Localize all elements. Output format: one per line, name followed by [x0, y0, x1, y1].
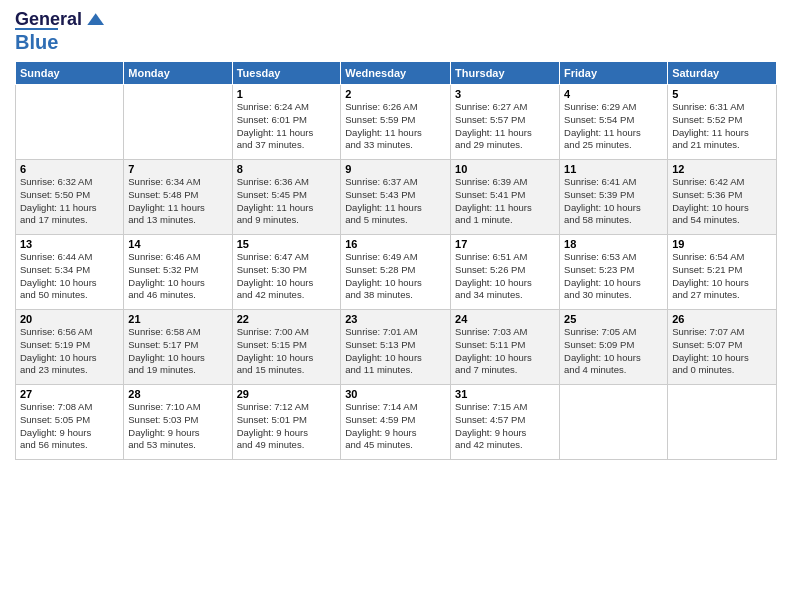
- calendar-cell: 20Sunrise: 6:56 AM Sunset: 5:19 PM Dayli…: [16, 310, 124, 385]
- day-info: Sunrise: 7:00 AM Sunset: 5:15 PM Dayligh…: [237, 326, 337, 377]
- day-number: 18: [564, 238, 663, 250]
- day-info: Sunrise: 7:07 AM Sunset: 5:07 PM Dayligh…: [672, 326, 772, 377]
- day-number: 5: [672, 88, 772, 100]
- week-row-5: 27Sunrise: 7:08 AM Sunset: 5:05 PM Dayli…: [16, 385, 777, 460]
- day-number: 2: [345, 88, 446, 100]
- calendar-cell: 3Sunrise: 6:27 AM Sunset: 5:57 PM Daylig…: [451, 85, 560, 160]
- calendar-cell: 21Sunrise: 6:58 AM Sunset: 5:17 PM Dayli…: [124, 310, 232, 385]
- calendar-cell: 10Sunrise: 6:39 AM Sunset: 5:41 PM Dayli…: [451, 160, 560, 235]
- day-number: 13: [20, 238, 119, 250]
- day-info: Sunrise: 6:56 AM Sunset: 5:19 PM Dayligh…: [20, 326, 119, 377]
- day-number: 24: [455, 313, 555, 325]
- week-row-1: 1Sunrise: 6:24 AM Sunset: 6:01 PM Daylig…: [16, 85, 777, 160]
- logo: General Blue: [15, 10, 104, 53]
- calendar-cell: 16Sunrise: 6:49 AM Sunset: 5:28 PM Dayli…: [341, 235, 451, 310]
- calendar-cell: 18Sunrise: 6:53 AM Sunset: 5:23 PM Dayli…: [560, 235, 668, 310]
- day-info: Sunrise: 6:51 AM Sunset: 5:26 PM Dayligh…: [455, 251, 555, 302]
- calendar-cell: 5Sunrise: 6:31 AM Sunset: 5:52 PM Daylig…: [668, 85, 777, 160]
- day-info: Sunrise: 6:32 AM Sunset: 5:50 PM Dayligh…: [20, 176, 119, 227]
- day-number: 21: [128, 313, 227, 325]
- weekday-header-sunday: Sunday: [16, 62, 124, 85]
- day-number: 14: [128, 238, 227, 250]
- calendar-cell: 22Sunrise: 7:00 AM Sunset: 5:15 PM Dayli…: [232, 310, 341, 385]
- weekday-header-monday: Monday: [124, 62, 232, 85]
- day-number: 29: [237, 388, 337, 400]
- day-info: Sunrise: 6:42 AM Sunset: 5:36 PM Dayligh…: [672, 176, 772, 227]
- day-number: 12: [672, 163, 772, 175]
- calendar-cell: 13Sunrise: 6:44 AM Sunset: 5:34 PM Dayli…: [16, 235, 124, 310]
- day-info: Sunrise: 6:29 AM Sunset: 5:54 PM Dayligh…: [564, 101, 663, 152]
- day-number: 15: [237, 238, 337, 250]
- calendar-cell: 26Sunrise: 7:07 AM Sunset: 5:07 PM Dayli…: [668, 310, 777, 385]
- week-row-2: 6Sunrise: 6:32 AM Sunset: 5:50 PM Daylig…: [16, 160, 777, 235]
- day-number: 4: [564, 88, 663, 100]
- calendar-cell: 8Sunrise: 6:36 AM Sunset: 5:45 PM Daylig…: [232, 160, 341, 235]
- day-info: Sunrise: 7:10 AM Sunset: 5:03 PM Dayligh…: [128, 401, 227, 452]
- day-info: Sunrise: 6:34 AM Sunset: 5:48 PM Dayligh…: [128, 176, 227, 227]
- calendar-cell: 27Sunrise: 7:08 AM Sunset: 5:05 PM Dayli…: [16, 385, 124, 460]
- calendar-cell: [668, 385, 777, 460]
- calendar-cell: 31Sunrise: 7:15 AM Sunset: 4:57 PM Dayli…: [451, 385, 560, 460]
- calendar-cell: 19Sunrise: 6:54 AM Sunset: 5:21 PM Dayli…: [668, 235, 777, 310]
- day-number: 1: [237, 88, 337, 100]
- weekday-header-tuesday: Tuesday: [232, 62, 341, 85]
- day-info: Sunrise: 6:41 AM Sunset: 5:39 PM Dayligh…: [564, 176, 663, 227]
- day-number: 31: [455, 388, 555, 400]
- day-info: Sunrise: 7:08 AM Sunset: 5:05 PM Dayligh…: [20, 401, 119, 452]
- calendar-cell: 15Sunrise: 6:47 AM Sunset: 5:30 PM Dayli…: [232, 235, 341, 310]
- calendar-cell: 4Sunrise: 6:29 AM Sunset: 5:54 PM Daylig…: [560, 85, 668, 160]
- calendar-cell: 17Sunrise: 6:51 AM Sunset: 5:26 PM Dayli…: [451, 235, 560, 310]
- calendar-cell: 29Sunrise: 7:12 AM Sunset: 5:01 PM Dayli…: [232, 385, 341, 460]
- day-info: Sunrise: 6:44 AM Sunset: 5:34 PM Dayligh…: [20, 251, 119, 302]
- calendar-cell: 9Sunrise: 6:37 AM Sunset: 5:43 PM Daylig…: [341, 160, 451, 235]
- calendar-cell: 12Sunrise: 6:42 AM Sunset: 5:36 PM Dayli…: [668, 160, 777, 235]
- day-number: 27: [20, 388, 119, 400]
- calendar-cell: 6Sunrise: 6:32 AM Sunset: 5:50 PM Daylig…: [16, 160, 124, 235]
- calendar-cell: 7Sunrise: 6:34 AM Sunset: 5:48 PM Daylig…: [124, 160, 232, 235]
- logo-text-blue: Blue: [15, 28, 58, 53]
- week-row-3: 13Sunrise: 6:44 AM Sunset: 5:34 PM Dayli…: [16, 235, 777, 310]
- calendar-cell: 11Sunrise: 6:41 AM Sunset: 5:39 PM Dayli…: [560, 160, 668, 235]
- day-info: Sunrise: 6:46 AM Sunset: 5:32 PM Dayligh…: [128, 251, 227, 302]
- day-info: Sunrise: 6:47 AM Sunset: 5:30 PM Dayligh…: [237, 251, 337, 302]
- calendar-cell: 30Sunrise: 7:14 AM Sunset: 4:59 PM Dayli…: [341, 385, 451, 460]
- week-row-4: 20Sunrise: 6:56 AM Sunset: 5:19 PM Dayli…: [16, 310, 777, 385]
- weekday-header-saturday: Saturday: [668, 62, 777, 85]
- day-info: Sunrise: 7:15 AM Sunset: 4:57 PM Dayligh…: [455, 401, 555, 452]
- day-info: Sunrise: 6:53 AM Sunset: 5:23 PM Dayligh…: [564, 251, 663, 302]
- day-info: Sunrise: 6:24 AM Sunset: 6:01 PM Dayligh…: [237, 101, 337, 152]
- weekday-header-thursday: Thursday: [451, 62, 560, 85]
- day-info: Sunrise: 6:54 AM Sunset: 5:21 PM Dayligh…: [672, 251, 772, 302]
- day-number: 19: [672, 238, 772, 250]
- header: General Blue: [15, 10, 777, 53]
- calendar-cell: 24Sunrise: 7:03 AM Sunset: 5:11 PM Dayli…: [451, 310, 560, 385]
- calendar-cell: 23Sunrise: 7:01 AM Sunset: 5:13 PM Dayli…: [341, 310, 451, 385]
- day-info: Sunrise: 6:49 AM Sunset: 5:28 PM Dayligh…: [345, 251, 446, 302]
- calendar-cell: 25Sunrise: 7:05 AM Sunset: 5:09 PM Dayli…: [560, 310, 668, 385]
- day-number: 23: [345, 313, 446, 325]
- day-info: Sunrise: 6:27 AM Sunset: 5:57 PM Dayligh…: [455, 101, 555, 152]
- day-number: 30: [345, 388, 446, 400]
- day-info: Sunrise: 6:37 AM Sunset: 5:43 PM Dayligh…: [345, 176, 446, 227]
- day-number: 16: [345, 238, 446, 250]
- day-number: 11: [564, 163, 663, 175]
- day-info: Sunrise: 7:03 AM Sunset: 5:11 PM Dayligh…: [455, 326, 555, 377]
- calendar-cell: 28Sunrise: 7:10 AM Sunset: 5:03 PM Dayli…: [124, 385, 232, 460]
- day-number: 17: [455, 238, 555, 250]
- day-info: Sunrise: 6:26 AM Sunset: 5:59 PM Dayligh…: [345, 101, 446, 152]
- weekday-header-friday: Friday: [560, 62, 668, 85]
- page: General Blue SundayMondayTuesdayWednesda…: [0, 0, 792, 612]
- day-number: 7: [128, 163, 227, 175]
- day-number: 20: [20, 313, 119, 325]
- svg-marker-0: [87, 13, 104, 25]
- day-number: 6: [20, 163, 119, 175]
- day-info: Sunrise: 7:05 AM Sunset: 5:09 PM Dayligh…: [564, 326, 663, 377]
- calendar-cell: 1Sunrise: 6:24 AM Sunset: 6:01 PM Daylig…: [232, 85, 341, 160]
- day-number: 8: [237, 163, 337, 175]
- day-info: Sunrise: 7:01 AM Sunset: 5:13 PM Dayligh…: [345, 326, 446, 377]
- day-info: Sunrise: 6:31 AM Sunset: 5:52 PM Dayligh…: [672, 101, 772, 152]
- logo-text-general: General: [15, 10, 82, 30]
- calendar-cell: 14Sunrise: 6:46 AM Sunset: 5:32 PM Dayli…: [124, 235, 232, 310]
- calendar-table: SundayMondayTuesdayWednesdayThursdayFrid…: [15, 61, 777, 460]
- day-info: Sunrise: 6:58 AM Sunset: 5:17 PM Dayligh…: [128, 326, 227, 377]
